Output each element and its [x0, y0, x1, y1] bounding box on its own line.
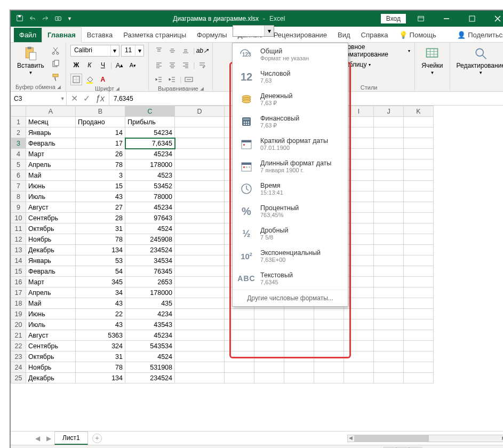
cell[interactable]: 28 — [76, 213, 125, 223]
cell[interactable] — [374, 191, 404, 202]
cell[interactable] — [254, 373, 284, 383]
cell[interactable]: Июнь — [26, 309, 76, 319]
name-box-input[interactable] — [11, 92, 59, 105]
cell[interactable] — [404, 373, 434, 383]
cell[interactable] — [254, 309, 284, 319]
cell[interactable] — [175, 213, 225, 223]
orientation-icon[interactable]: ab↗ — [196, 45, 208, 57]
cell[interactable] — [374, 149, 404, 159]
cell[interactable] — [374, 362, 404, 373]
cell[interactable] — [314, 309, 344, 319]
cell[interactable] — [254, 362, 284, 373]
font-size-combo[interactable]: 11▾ — [121, 45, 144, 57]
decrease-indent-icon[interactable] — [153, 74, 165, 85]
column-header[interactable]: K — [404, 106, 434, 117]
cell[interactable] — [284, 341, 314, 351]
cell[interactable] — [374, 223, 404, 234]
cell[interactable]: 234524 — [125, 373, 175, 383]
horizontal-scrollbar[interactable]: ◀ ▶ — [347, 435, 503, 442]
cell[interactable] — [254, 319, 284, 330]
row-header[interactable]: 18 — [11, 298, 26, 309]
cell[interactable] — [225, 362, 254, 373]
row-header[interactable]: 25 — [11, 373, 26, 383]
cell[interactable]: Март — [26, 149, 76, 159]
cell[interactable] — [344, 373, 374, 383]
cell[interactable] — [175, 277, 225, 287]
cell[interactable] — [404, 223, 434, 234]
cell[interactable]: 43 — [76, 191, 125, 202]
cell[interactable]: 78 — [76, 159, 125, 170]
number-format-option[interactable]: 123 Общий Формат не указан — [233, 43, 348, 66]
cell[interactable] — [404, 255, 434, 266]
cell[interactable] — [404, 362, 434, 373]
cell[interactable]: 53 — [76, 255, 125, 266]
cell[interactable] — [175, 127, 225, 138]
column-header[interactable]: D — [175, 106, 225, 117]
cell[interactable]: 435 — [125, 298, 175, 309]
cell[interactable]: 4523 — [125, 170, 175, 181]
row-header[interactable]: 13 — [11, 245, 26, 255]
row-header[interactable]: 17 — [11, 287, 26, 298]
cell[interactable] — [374, 202, 404, 213]
cell[interactable] — [404, 213, 434, 223]
column-header[interactable]: J — [374, 106, 404, 117]
dialog-launcher-icon[interactable]: ◢ — [116, 86, 119, 91]
tab-file[interactable]: Файл — [14, 28, 42, 42]
number-format-option[interactable]: Финансовый 7,63 ₽ — [233, 110, 348, 133]
cell[interactable]: 78 — [76, 234, 125, 245]
share-button[interactable]: 👤 Поделиться — [452, 28, 503, 42]
cell[interactable] — [374, 287, 404, 298]
sheet-nav-next-icon[interactable]: ▶ — [43, 435, 54, 442]
cell[interactable] — [175, 149, 225, 159]
cell[interactable] — [225, 373, 254, 383]
borders-button[interactable] — [70, 74, 82, 85]
cell[interactable]: 43 — [76, 319, 125, 330]
cell[interactable]: 54234 — [125, 127, 175, 138]
cell[interactable]: 4524 — [125, 351, 175, 362]
cell[interactable] — [374, 330, 404, 341]
number-format-option[interactable]: Время 15:13:41 — [233, 178, 348, 200]
tell-me[interactable]: 💡 Помощь — [394, 28, 442, 42]
number-format-option[interactable]: % Процентный 763,45% — [233, 200, 348, 222]
row-header[interactable]: 24 — [11, 362, 26, 373]
cell[interactable] — [254, 341, 284, 351]
cell[interactable]: 3 — [76, 170, 125, 181]
number-format-option[interactable]: 102 Экспоненциальный 7,63E+00 — [233, 245, 348, 267]
row-header[interactable]: 23 — [11, 351, 26, 362]
tab-review[interactable]: Рецензирование — [268, 28, 332, 42]
cell[interactable] — [404, 202, 434, 213]
cell[interactable]: 234524 — [125, 245, 175, 255]
cell[interactable] — [225, 330, 254, 341]
cell[interactable] — [344, 341, 374, 351]
row-header[interactable]: 3 — [11, 138, 26, 149]
dialog-launcher-icon[interactable]: ◢ — [200, 86, 204, 91]
cell[interactable] — [404, 287, 434, 298]
cell[interactable]: 15 — [76, 181, 125, 191]
cell[interactable] — [404, 298, 434, 309]
row-header[interactable]: 12 — [11, 234, 26, 245]
row-header[interactable]: 8 — [11, 191, 26, 202]
align-left-icon[interactable] — [153, 59, 165, 71]
cell[interactable] — [175, 245, 225, 255]
number-format-option[interactable]: Длинный формат даты 7 января 1900 г. — [233, 155, 348, 178]
cell[interactable]: 543534 — [125, 341, 175, 351]
cell[interactable]: 45234 — [125, 149, 175, 159]
chevron-down-icon[interactable]: ▼ — [59, 92, 66, 105]
cell[interactable] — [284, 351, 314, 362]
cell[interactable]: Апрель — [26, 287, 76, 298]
cell[interactable] — [404, 245, 434, 255]
cell[interactable]: 14 — [76, 127, 125, 138]
decrease-font-icon[interactable]: A▾ — [127, 59, 139, 71]
row-header[interactable]: 16 — [11, 277, 26, 287]
sheet-nav-prev-icon[interactable]: ◀ — [32, 435, 43, 442]
cell[interactable] — [374, 234, 404, 245]
cell[interactable]: Сентябрь — [26, 213, 76, 223]
cell[interactable] — [175, 202, 225, 213]
cell[interactable] — [314, 341, 344, 351]
cell[interactable]: 27 — [76, 202, 125, 213]
cell[interactable] — [374, 170, 404, 181]
bold-button[interactable]: Ж — [70, 59, 82, 71]
cell[interactable] — [404, 234, 434, 245]
cell[interactable] — [175, 191, 225, 202]
cell[interactable]: 17 — [76, 138, 125, 149]
